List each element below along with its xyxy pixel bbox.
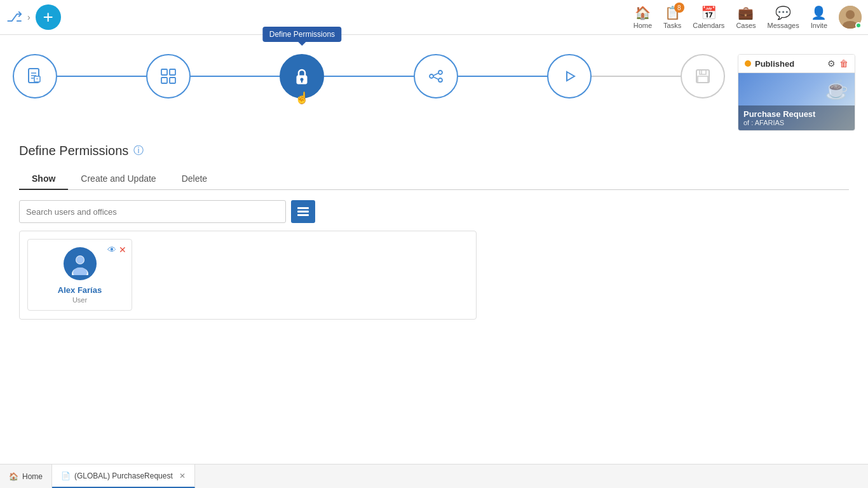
svg-rect-28 — [297, 214, 309, 216]
user-avatar[interactable] — [839, 6, 862, 29]
svg-rect-12 — [170, 78, 175, 83]
user-card-icons: 👁 ✕ — [107, 245, 126, 255]
svg-rect-9 — [161, 69, 167, 75]
svg-line-19 — [433, 73, 438, 76]
messages-icon: 💬 — [775, 5, 791, 20]
side-card: Published ⚙ 🗑 ☕ Purchase Request of : AF… — [738, 54, 855, 131]
calendars-icon: 📅 — [701, 5, 717, 20]
user-avatar-icon — [64, 247, 97, 280]
tab-show[interactable]: Show — [19, 168, 68, 190]
svg-rect-24 — [698, 76, 708, 83]
nav-item-home[interactable]: 🏠 Home — [634, 5, 652, 29]
home-tab-icon: 🏠 — [9, 472, 18, 481]
side-card-actions: ⚙ 🗑 — [827, 58, 848, 69]
tab-delete[interactable]: Delete — [169, 168, 220, 190]
home-tab-label: Home — [22, 472, 43, 481]
nav-label-invite: Invite — [811, 22, 827, 29]
nav-label-home: Home — [634, 22, 652, 29]
user-name: Alex Farías — [58, 285, 102, 295]
published-dot — [745, 60, 751, 67]
svg-rect-23 — [700, 70, 706, 74]
users-container: 👁 ✕ Alex Farías User — [19, 231, 477, 320]
bottom-tab-home[interactable]: 🏠 Home — [0, 464, 52, 488]
tree-icon: ⎇ — [6, 9, 22, 25]
delete-icon[interactable]: 🗑 — [839, 58, 848, 69]
step-line-5 — [592, 76, 681, 77]
nav-label-tasks: Tasks — [663, 22, 681, 29]
process-tab-label: (GLOBAL) PurchaseRequest — [74, 471, 173, 480]
eye-icon[interactable]: 👁 — [107, 245, 116, 255]
side-card-image: ☕ Purchase Request of : AFARIAS — [738, 73, 855, 130]
svg-rect-11 — [161, 78, 167, 83]
process-tab-icon: 📄 — [61, 471, 71, 480]
step-layout[interactable] — [146, 54, 191, 98]
tasks-badge: 8 — [674, 3, 684, 13]
home-icon: 🏠 — [635, 5, 651, 20]
user-card-alex: 👁 ✕ Alex Farías User — [27, 239, 132, 311]
step-line-1 — [57, 76, 146, 77]
tasks-icon: 📋 8 — [665, 5, 681, 20]
workflow-steps: Define Permissions ☝ — [13, 54, 725, 98]
nav-left: ⎇ › + — [6, 4, 634, 30]
side-card-header: Published ⚙ 🗑 — [738, 55, 855, 73]
side-card-overlay: Purchase Request of : AFARIAS — [738, 105, 855, 130]
svg-line-20 — [433, 77, 438, 79]
step-line-3 — [324, 76, 413, 77]
svg-point-31 — [76, 256, 84, 264]
coffee-icon: ☕ — [825, 78, 848, 100]
svg-rect-10 — [170, 69, 175, 75]
breadcrumb-chevron: › — [27, 12, 31, 22]
permissions-tabs: Show Create and Update Delete — [19, 168, 849, 190]
nav-item-cases[interactable]: 💼 Cases — [736, 5, 756, 29]
invite-icon: 👤 — [811, 5, 827, 20]
nav-right: 🏠 Home 📋 8 Tasks 📅 Calendars 💼 Cases 💬 M… — [634, 5, 862, 29]
add-button[interactable]: + — [36, 4, 61, 30]
nav-item-invite[interactable]: 👤 Invite — [811, 5, 827, 29]
nav-item-calendars[interactable]: 📅 Calendars — [693, 5, 724, 29]
published-label: Published — [755, 59, 824, 69]
workflow-area: Define Permissions ☝ — [0, 35, 868, 137]
top-navigation: ⎇ › + 🏠 Home 📋 8 Tasks 📅 Calendars 💼 Cas… — [0, 0, 868, 35]
step-play[interactable] — [547, 54, 592, 98]
step-share[interactable] — [414, 54, 458, 98]
nav-label-calendars: Calendars — [693, 22, 724, 29]
online-indicator — [855, 22, 862, 29]
svg-point-18 — [438, 78, 442, 82]
svg-point-17 — [430, 74, 433, 78]
svg-rect-27 — [297, 211, 309, 213]
cursor-indicator: ☝ — [295, 91, 309, 105]
svg-marker-21 — [567, 72, 574, 81]
info-icon[interactable]: ⓘ — [133, 144, 144, 158]
step-line-4 — [458, 76, 547, 77]
user-role: User — [72, 296, 87, 304]
nav-label-messages: Messages — [768, 22, 799, 29]
step-document[interactable] — [13, 54, 57, 98]
nav-item-tasks[interactable]: 📋 8 Tasks — [663, 5, 681, 29]
nav-item-messages[interactable]: 💬 Messages — [768, 5, 799, 29]
step-save[interactable] — [681, 54, 725, 98]
list-view-button[interactable] — [291, 200, 315, 223]
svg-point-1 — [846, 10, 855, 19]
step-permissions[interactable]: Define Permissions ☝ — [280, 54, 324, 98]
close-tab-button[interactable]: ✕ — [179, 471, 186, 480]
bottom-bar: 🏠 Home 📄 (GLOBAL) PurchaseRequest ✕ — [0, 464, 868, 488]
svg-point-14 — [301, 78, 304, 81]
svg-point-16 — [438, 71, 442, 74]
process-subtitle: of : AFARIAS — [743, 119, 850, 126]
settings-icon[interactable]: ⚙ — [827, 58, 836, 69]
step-line-2 — [191, 76, 280, 77]
main-content: Define Permissions ⓘ Show Create and Upd… — [0, 137, 868, 332]
search-row — [19, 200, 849, 223]
tab-create-update[interactable]: Create and Update — [68, 168, 168, 190]
nav-label-cases: Cases — [736, 22, 756, 29]
bottom-tab-process[interactable]: 📄 (GLOBAL) PurchaseRequest ✕ — [52, 464, 195, 488]
remove-user-icon[interactable]: ✕ — [119, 245, 126, 255]
process-title: Purchase Request — [743, 109, 850, 119]
tooltip-define-permissions: Define Permissions — [263, 27, 341, 42]
svg-point-32 — [73, 268, 87, 275]
page-title: Define Permissions ⓘ — [19, 144, 849, 158]
cases-icon: 💼 — [738, 5, 754, 20]
search-input[interactable] — [19, 200, 286, 223]
svg-rect-26 — [297, 207, 309, 209]
